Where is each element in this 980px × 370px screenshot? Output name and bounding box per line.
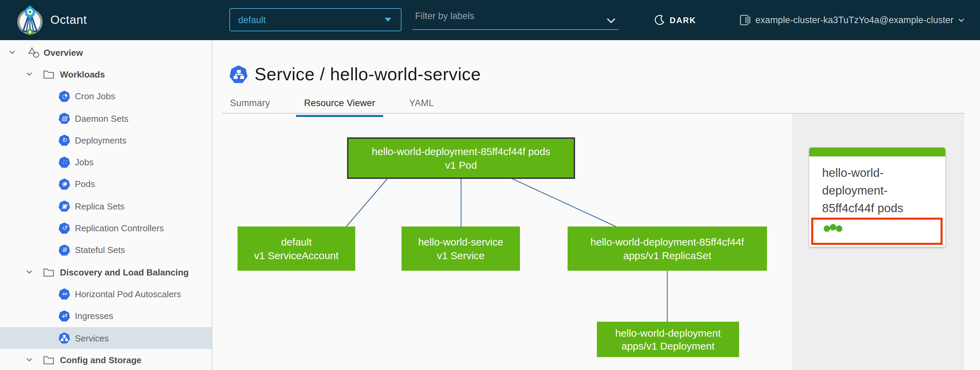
label-filter xyxy=(412,7,619,30)
card-title: hello-world-deployment-85ff4cf44f pods xyxy=(809,156,945,217)
resource-detail-card[interactable]: hello-world-deployment-85ff4cf44f pods xyxy=(809,148,945,247)
cluster-icon xyxy=(740,14,751,26)
graph-node-pod[interactable]: hello-world-deployment-85ff4cf44f pods v… xyxy=(347,137,575,179)
chevron-down-icon[interactable] xyxy=(25,268,33,276)
namespace-value: default xyxy=(238,14,385,25)
theme-toggle-button[interactable]: DARK xyxy=(655,0,696,40)
graph-edge xyxy=(346,179,387,227)
sidebar-item-discovery-and-load-balancing[interactable]: Discovery and Load Balancing xyxy=(0,261,212,283)
octant-logo-icon xyxy=(16,4,44,40)
chevron-down-icon xyxy=(958,18,964,22)
sidebar-item-overview[interactable]: Overview xyxy=(0,41,212,64)
tab-bar: Summary Resource Viewer YAML xyxy=(222,92,460,117)
graph-node-deployment[interactable]: hello-world-deployment apps/v1 Deploymen… xyxy=(597,322,739,357)
applications-icon xyxy=(28,47,40,58)
page-title: Service / hello-world-service xyxy=(255,64,481,85)
folder-icon xyxy=(43,267,54,277)
sidebar-item-horizontal-pod-autoscalers[interactable]: ⇔ Horizontal Pod Autoscalers xyxy=(0,283,212,305)
sidebar-item-replication-controllers[interactable]: ↺ Replication Controllers xyxy=(0,217,212,240)
replicaset-icon: ▣ xyxy=(59,200,70,212)
folder-icon xyxy=(43,69,54,79)
graph-node-serviceaccount[interactable]: default v1 ServiceAccount xyxy=(237,227,355,271)
chevron-down-icon[interactable] xyxy=(25,70,33,79)
namespace-selector[interactable]: default xyxy=(229,8,401,31)
card-status-bar xyxy=(809,148,945,156)
deployment-icon: ↻ xyxy=(59,135,70,146)
theme-toggle-label: DARK xyxy=(670,15,696,25)
sidebar-item-cron-jobs[interactable]: ◔ Cron Jobs xyxy=(0,85,212,108)
app-header: Octant default DARK xyxy=(0,0,980,40)
sidebar-item-jobs[interactable]: ∷ Jobs xyxy=(0,151,212,173)
sidebar-nav: Overview Workloads ◔ Cron Jobs ▤ Daemon … xyxy=(0,40,212,370)
caret-down-icon xyxy=(385,18,391,22)
pod-status-dot xyxy=(830,224,837,230)
daemonset-icon: ▤ xyxy=(59,113,70,124)
app-title: Octant xyxy=(50,0,87,40)
tab-summary[interactable]: Summary xyxy=(222,92,278,117)
cronjob-icon: ◔ xyxy=(59,91,70,102)
sidebar-item-config-and-storage[interactable]: Config and Storage xyxy=(0,349,212,370)
moon-icon xyxy=(655,14,665,25)
tab-yaml[interactable]: YAML xyxy=(401,92,442,117)
sidebar-item-deployments[interactable]: ↻ Deployments xyxy=(0,129,212,151)
service-icon xyxy=(59,332,70,344)
cluster-context-label: example-cluster-ka3TuTzYo4a@example-clus… xyxy=(756,15,953,25)
pod-status-dot xyxy=(824,225,830,232)
label-filter-input[interactable] xyxy=(412,7,619,30)
tab-resource-viewer[interactable]: Resource Viewer xyxy=(296,92,383,117)
hpa-icon: ⇔ xyxy=(59,288,70,300)
statefulset-icon: ≣ xyxy=(59,245,70,256)
sidebar-item-ingresses[interactable]: ⇄ Ingresses xyxy=(0,305,212,327)
chevron-down-icon[interactable] xyxy=(606,14,616,27)
graph-node-replicaset[interactable]: hello-world-deployment-85ff4cf44f apps/v… xyxy=(568,227,767,271)
sidebar-item-services[interactable]: Services xyxy=(0,327,212,349)
sidebar-item-workloads[interactable]: Workloads xyxy=(0,64,212,86)
replicationcontroller-icon: ↺ xyxy=(59,222,70,234)
sidebar-item-stateful-sets[interactable]: ≣ Stateful Sets xyxy=(0,239,212,261)
graph-edge xyxy=(512,179,617,227)
sidebar-item-pods[interactable]: ◉ Pods xyxy=(0,173,212,195)
job-icon: ∷ xyxy=(59,156,70,168)
pod-status-dot xyxy=(836,225,843,232)
chevron-down-icon[interactable] xyxy=(25,356,33,364)
folder-icon xyxy=(43,355,54,365)
pod-icon: ◉ xyxy=(59,179,70,190)
sidebar-item-replica-sets[interactable]: ▣ Replica Sets xyxy=(0,195,212,217)
chevron-down-icon[interactable] xyxy=(8,48,16,56)
detail-panel: hello-world-deployment-85ff4cf44f pods xyxy=(792,114,964,370)
service-icon xyxy=(229,65,248,84)
octant-app: Octant default DARK xyxy=(0,0,980,370)
graph-node-service[interactable]: hello-world-service v1 Service xyxy=(401,227,520,271)
sidebar-item-daemon-sets[interactable]: ▤ Daemon Sets xyxy=(0,108,212,130)
cluster-context-selector[interactable]: example-cluster-ka3TuTzYo4a@example-clus… xyxy=(740,0,964,40)
ingress-icon: ⇄ xyxy=(59,310,70,322)
pod-status-highlight xyxy=(811,218,943,245)
